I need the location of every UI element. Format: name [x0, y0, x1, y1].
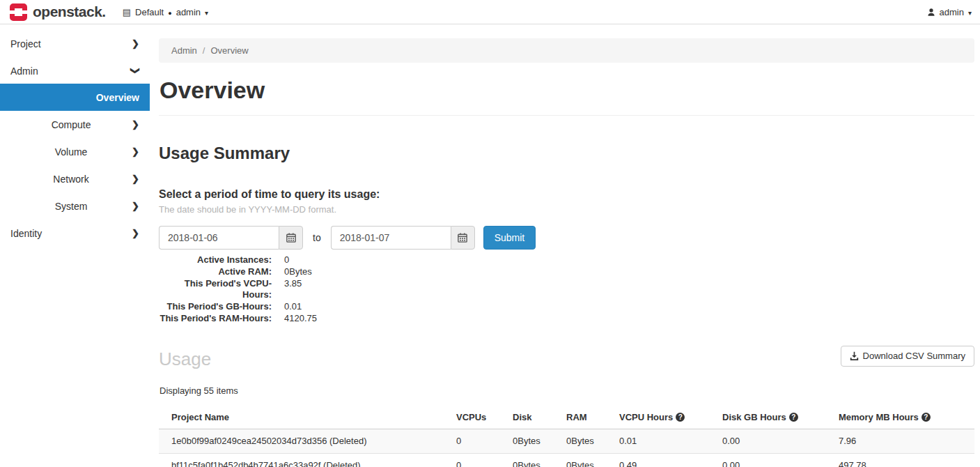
- stat-active-instances: Active Instances: 0: [159, 254, 974, 266]
- calendar-addon[interactable]: [451, 226, 475, 250]
- openstack-logo-icon: [10, 3, 27, 21]
- stat-ram-hours: This Period's RAM-Hours: 4120.75: [159, 313, 974, 325]
- date-from-group: [159, 226, 303, 250]
- stat-label: This Period's VCPU-Hours:: [159, 278, 272, 302]
- sidebar-item-label: System: [10, 201, 132, 212]
- breadcrumb-separator: /: [203, 45, 205, 56]
- sidebar-item-identity[interactable]: Identity: [0, 220, 150, 247]
- table-row: 1e0b0f99af0249cea24502034d73d356 (Delete…: [159, 429, 974, 453]
- chevron-right-icon: [132, 174, 139, 184]
- domain-picker-icon: [123, 7, 131, 17]
- stat-value: 4120.75: [284, 313, 317, 325]
- download-csv-label: Download CSV Summary: [863, 351, 965, 361]
- to-label: to: [313, 232, 321, 243]
- sidebar-item-volume[interactable]: Volume: [0, 138, 150, 165]
- download-icon: [850, 351, 859, 360]
- stat-label: This Period's GB-Hours:: [159, 301, 272, 313]
- sidebar-item-admin[interactable]: Admin: [0, 57, 150, 84]
- cell-disk: 0Bytes: [513, 453, 566, 467]
- item-count: Displaying 55 items: [160, 385, 974, 396]
- table-header-row: Project Name VCPUs Disk RAM VCPU Hours D…: [159, 406, 974, 429]
- sidebar-item-label: Overview: [10, 92, 139, 103]
- openstack-logo[interactable]: openstack.: [10, 3, 106, 21]
- stat-label: This Period's RAM-Hours:: [159, 313, 272, 325]
- stat-value: 3.85: [284, 278, 302, 302]
- chevron-right-icon: [132, 119, 139, 130]
- sidebar-item-label: Admin: [10, 66, 132, 77]
- usage-section-header: Usage Download CSV Summary: [159, 346, 974, 370]
- stat-gb-hours: This Period's GB-Hours: 0.01: [159, 301, 974, 313]
- context-domain: Default: [135, 7, 164, 17]
- sidebar-item-project[interactable]: Project: [0, 30, 150, 57]
- bullet-separator-icon: [168, 7, 171, 17]
- cell-vcpu-hours: 0.01: [619, 429, 722, 453]
- calendar-addon[interactable]: [279, 226, 303, 250]
- stat-label: Active Instances:: [159, 254, 272, 266]
- help-icon[interactable]: [789, 413, 798, 422]
- title-divider: [159, 115, 974, 116]
- cell-ram: 0Bytes: [566, 429, 619, 453]
- stat-value: 0.01: [284, 301, 302, 313]
- download-csv-button[interactable]: Download CSV Summary: [841, 346, 974, 367]
- date-format-hint: The date should be in YYYY-MM-DD format.: [159, 204, 974, 215]
- breadcrumb-overview: Overview: [210, 45, 248, 56]
- date-from-input[interactable]: [159, 226, 279, 250]
- cell-project-name: bf11c5fa0f1b452db4b7741a6c33a92f (Delete…: [159, 453, 456, 467]
- content-area: Admin / Overview Overview Usage Summary …: [150, 24, 980, 467]
- sidebar-item-label: Volume: [10, 146, 132, 158]
- sidebar-item-network[interactable]: Network: [0, 165, 150, 192]
- date-to-input[interactable]: [331, 226, 451, 250]
- brand-text: openstack.: [33, 3, 106, 20]
- breadcrumb-admin[interactable]: Admin: [171, 45, 197, 56]
- cell-disk-gb-hours: 0.00: [722, 429, 839, 453]
- stat-value: 0: [284, 254, 289, 266]
- chevron-right-icon: [132, 146, 139, 157]
- stat-vcpu-hours: This Period's VCPU-Hours: 3.85: [159, 278, 974, 302]
- cell-disk-gb-hours: 0.00: [722, 453, 839, 467]
- cell-memory-mb-hours: 7.96: [839, 429, 974, 453]
- usage-period-form: to Submit: [159, 226, 974, 250]
- cell-memory-mb-hours: 497.78: [839, 453, 974, 467]
- usage-summary-heading: Usage Summary: [159, 144, 974, 163]
- cell-vcpus: 0: [456, 429, 513, 453]
- sidebar-item-label: Network: [10, 174, 132, 185]
- chevron-down-icon: [205, 7, 208, 17]
- col-project-name: Project Name: [159, 406, 456, 429]
- col-disk: Disk: [513, 406, 566, 429]
- user-menu[interactable]: admin: [927, 7, 972, 17]
- help-icon[interactable]: [921, 413, 931, 422]
- sidebar-item-compute[interactable]: Compute: [0, 111, 150, 138]
- chevron-down-icon: [968, 7, 972, 17]
- usage-table: Project Name VCPUs Disk RAM VCPU Hours D…: [159, 406, 974, 467]
- table-row: bf11c5fa0f1b452db4b7741a6c33a92f (Delete…: [159, 453, 974, 467]
- usage-stats: Active Instances: 0 Active RAM: 0Bytes T…: [159, 254, 974, 325]
- chevron-right-icon: [132, 38, 139, 49]
- context-project: admin: [176, 7, 201, 17]
- sidebar-item-label: Identity: [10, 228, 132, 239]
- calendar-icon: [458, 233, 467, 243]
- sidebar-item-label: Compute: [10, 119, 132, 130]
- cell-vcpu-hours: 0.49: [619, 453, 722, 467]
- col-vcpu-hours: VCPU Hours: [619, 406, 722, 429]
- submit-button[interactable]: Submit: [483, 226, 536, 250]
- cell-ram: 0Bytes: [566, 453, 619, 467]
- page-title: Overview: [160, 77, 974, 104]
- breadcrumb: Admin / Overview: [159, 38, 974, 63]
- chevron-down-icon: [130, 67, 141, 75]
- col-vcpus: VCPUs: [456, 406, 513, 429]
- user-icon: [927, 8, 935, 17]
- stat-active-ram: Active RAM: 0Bytes: [159, 266, 974, 278]
- date-to-group: [331, 226, 475, 250]
- user-menu-label: admin: [940, 7, 964, 17]
- col-memory-mb-hours: Memory MB Hours: [839, 406, 974, 429]
- sidebar-item-system[interactable]: System: [0, 192, 150, 220]
- top-navbar: openstack. Default admin admin: [0, 0, 980, 24]
- col-disk-gb-hours: Disk GB Hours: [722, 406, 839, 429]
- sidebar-item-overview[interactable]: Overview: [0, 84, 150, 111]
- cell-vcpus: 0: [456, 453, 513, 467]
- context-switcher[interactable]: Default admin: [123, 7, 208, 17]
- help-icon[interactable]: [676, 413, 685, 422]
- cell-disk: 0Bytes: [513, 429, 566, 453]
- stat-label: Active RAM:: [159, 266, 272, 278]
- sidebar: Project Admin Overview Compute Volume Ne…: [0, 24, 150, 467]
